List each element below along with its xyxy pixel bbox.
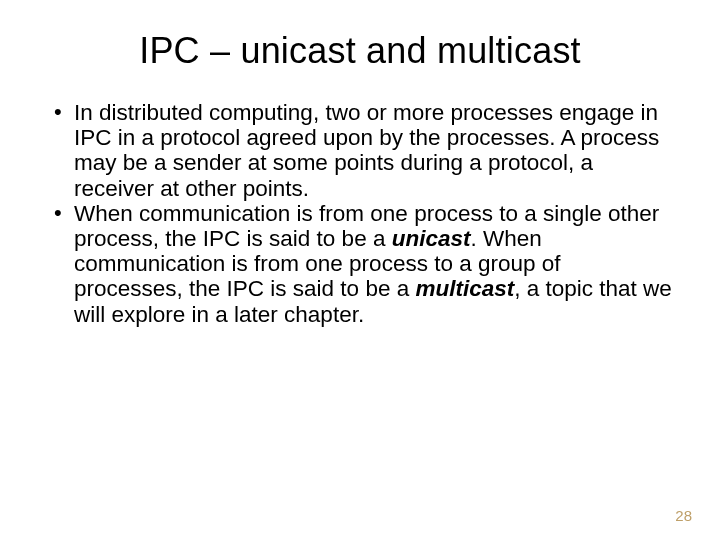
list-item: In distributed computing, two or more pr… <box>48 100 672 201</box>
page-number: 28 <box>675 507 692 524</box>
emphasis-multicast: multicast <box>415 276 514 301</box>
slide-title: IPC – unicast and multicast <box>48 30 672 72</box>
bullet-list: In distributed computing, two or more pr… <box>48 100 672 327</box>
emphasis-unicast: unicast <box>392 226 471 251</box>
slide: IPC – unicast and multicast In distribut… <box>0 0 720 540</box>
bullet-text: In distributed computing, two or more pr… <box>74 100 659 201</box>
list-item: When communication is from one process t… <box>48 201 672 327</box>
slide-body: In distributed computing, two or more pr… <box>48 100 672 327</box>
bullet-text-pre: When communication is from one process t… <box>74 201 659 251</box>
